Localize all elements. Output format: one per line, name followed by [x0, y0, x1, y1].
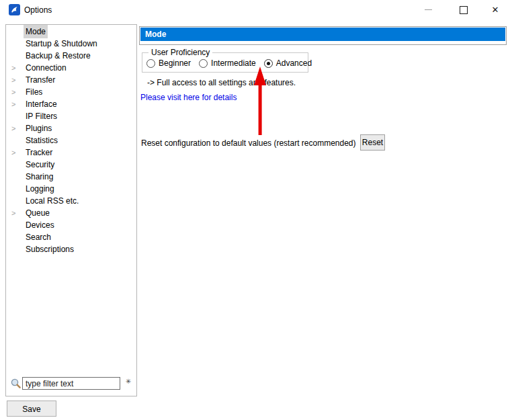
sidebar-item-connection[interactable]: > Connection [6, 62, 136, 74]
proficiency-radio-group: Beginner Intermediate Advanced [146, 58, 320, 68]
options-tree-panel: Mode Startup & Shutdown Backup & Restore… [5, 24, 137, 396]
sidebar-item-label: Local RSS etc. [24, 194, 81, 208]
sidebar-item-mode[interactable]: Mode [6, 26, 136, 38]
minimize-button[interactable] [417, 0, 439, 19]
sidebar-item-label: Startup & Shutdown [24, 37, 99, 50]
chevron-right-icon[interactable]: > [11, 74, 24, 86]
sidebar-item-transfer[interactable]: > Transfer [6, 74, 136, 86]
sidebar-item-tracker[interactable]: > Tracker [6, 146, 136, 159]
sidebar-item-files[interactable]: > Files [6, 86, 136, 98]
mode-section-header: Mode [139, 26, 507, 45]
sidebar-item-label: Devices [24, 218, 56, 232]
maximize-icon [460, 6, 468, 14]
sidebar-item-label: Security [24, 158, 56, 171]
sidebar-item-security[interactable]: Security [6, 159, 136, 171]
chevron-right-icon[interactable]: > [11, 86, 24, 98]
sidebar-item-local-rss-etc[interactable]: Local RSS etc. [6, 195, 136, 207]
minimize-icon [425, 9, 432, 10]
sidebar-item-label: Interface [24, 97, 59, 111]
save-button[interactable]: Save [7, 401, 56, 417]
sidebar-item-label: Plugins [24, 122, 54, 135]
sidebar-item-interface[interactable]: > Interface [6, 98, 136, 110]
sidebar-item-label: Mode [24, 25, 48, 38]
user-proficiency-groupbox: User Proficiency Beginner Intermediate A… [142, 52, 308, 73]
radio-beginner[interactable]: Beginner [146, 58, 191, 68]
reset-description-text: Reset configuration to default values (r… [141, 138, 356, 148]
sidebar-item-search[interactable]: Search [6, 231, 136, 243]
sidebar-item-devices[interactable]: Devices [6, 219, 136, 231]
window-title: Options [24, 5, 52, 15]
sidebar-item-label: Queue [24, 206, 52, 220]
filter-input[interactable] [22, 377, 120, 390]
chevron-right-icon[interactable]: > [11, 207, 24, 219]
user-proficiency-label: User Proficiency [148, 48, 212, 57]
reset-button[interactable]: Reset [360, 134, 385, 151]
sidebar-item-label: Files [24, 85, 44, 99]
radio-button-icon[interactable] [146, 59, 155, 68]
sidebar-item-label: Search [24, 230, 53, 244]
sidebar-item-ip-filters[interactable]: IP Filters [6, 110, 136, 122]
sidebar-item-statistics[interactable]: Statistics [6, 134, 136, 146]
sidebar-item-label: Statistics [24, 134, 60, 147]
sidebar-item-sharing[interactable]: Sharing [6, 171, 136, 183]
options-tree: Mode Startup & Shutdown Backup & Restore… [6, 26, 136, 255]
chevron-right-icon[interactable]: > [11, 122, 24, 134]
sidebar-item-label: Sharing [24, 170, 55, 183]
close-button[interactable]: ✕ [484, 0, 507, 19]
sidebar-item-label: Tracker [24, 146, 54, 159]
options-dialog: { "window": { "title": "Options", "contr… [0, 0, 510, 420]
sidebar-item-label: Transfer [24, 73, 57, 87]
sidebar-item-label: Connection [24, 61, 69, 75]
radio-intermediate[interactable]: Intermediate [199, 58, 256, 68]
sidebar-item-queue[interactable]: > Queue [6, 207, 136, 219]
chevron-right-icon[interactable]: > [11, 146, 24, 159]
radio-advanced[interactable]: Advanced [264, 58, 312, 68]
details-link[interactable]: Please visit here for details [140, 93, 237, 102]
mode-description-text: -> Full access to all settings and featu… [147, 78, 296, 87]
app-logo-icon [9, 4, 20, 15]
sidebar-item-label: Subscriptions [24, 243, 76, 256]
sidebar-item-backup-restore[interactable]: Backup & Restore [6, 50, 136, 62]
annotation-arrow-icon [252, 65, 268, 136]
search-icon [10, 378, 22, 389]
radio-button-icon[interactable] [264, 59, 273, 68]
sidebar-item-logging[interactable]: Logging [6, 183, 136, 195]
sidebar-item-subscriptions[interactable]: Subscriptions [6, 243, 136, 255]
chevron-right-icon[interactable]: > [11, 98, 24, 110]
sidebar-item-label: IP Filters [24, 110, 59, 123]
chevron-right-icon[interactable]: > [11, 62, 24, 74]
title-bar: Options ✕ [0, 0, 510, 20]
close-icon: ✕ [492, 5, 499, 14]
clear-filter-icon[interactable]: ✳ [124, 377, 133, 386]
mode-section-title: Mode [140, 28, 505, 41]
maximize-button[interactable] [452, 0, 475, 19]
sidebar-item-startup-shutdown[interactable]: Startup & Shutdown [6, 38, 136, 50]
sidebar-item-label: Logging [24, 182, 56, 196]
radio-button-icon[interactable] [199, 59, 208, 68]
sidebar-item-label: Backup & Restore [24, 49, 93, 62]
sidebar-item-plugins[interactable]: > Plugins [6, 122, 136, 134]
